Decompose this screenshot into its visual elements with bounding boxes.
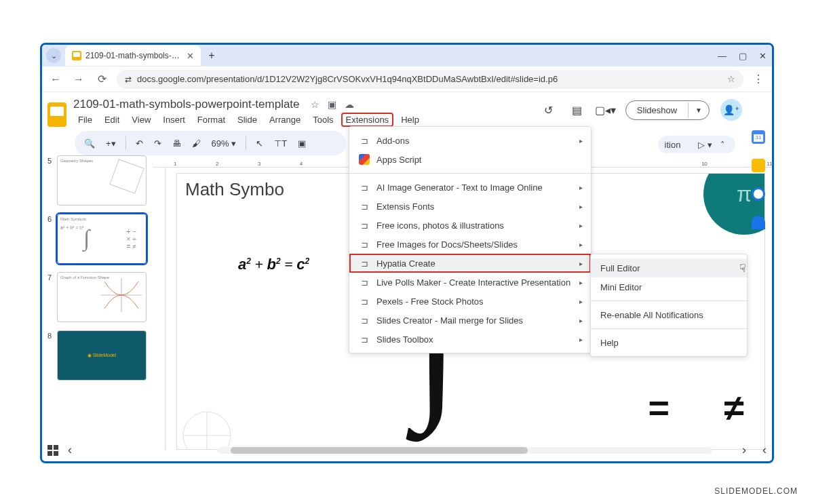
sub-full-editor[interactable]: Full Editor — [591, 258, 747, 277]
slideshow-button[interactable]: Slideshow ▼ — [625, 100, 710, 120]
addon-icon: ⊏ — [359, 258, 370, 269]
thumb-5[interactable]: Geometry Shapes — [57, 155, 147, 206]
browser-tab[interactable]: 2109-01-math-symbols-power ✕ — [65, 45, 201, 66]
slides-app: 2109-01-math-symbols-powerpoint-template… — [42, 92, 772, 461]
menu-format[interactable]: Format — [193, 113, 230, 127]
history-icon[interactable]: ↺ — [540, 101, 558, 119]
next-chevron-icon[interactable]: › — [742, 443, 746, 457]
addon-icon: ⊏ — [359, 220, 370, 231]
addon-icon: ⊏ — [359, 201, 370, 212]
sub-mini-editor[interactable]: Mini Editor — [591, 277, 747, 296]
addon-icon: ⊏ — [359, 135, 370, 146]
doc-title[interactable]: 2109-01-math-symbols-powerpoint-template — [73, 98, 300, 111]
forward-button[interactable]: → — [71, 71, 87, 88]
close-window-icon[interactable]: ✕ — [759, 51, 767, 61]
undo-icon[interactable]: ↶ — [132, 136, 147, 151]
menu-insert[interactable]: Insert — [158, 113, 190, 127]
addon-icon: ⊏ — [359, 277, 370, 288]
app-window: ⌄ 2109-01-math-symbols-power ✕ + — ▢ ✕ ←… — [40, 43, 774, 463]
tab-title: 2109-01-math-symbols-power — [85, 51, 182, 60]
browser-more-icon[interactable]: ⋮ — [750, 73, 767, 85]
menu-arrange[interactable]: Arrange — [265, 113, 305, 127]
ext-apps-script[interactable]: Apps Script — [349, 150, 591, 169]
slides-favicon-icon — [72, 51, 81, 60]
thumb-number: 5 — [47, 155, 53, 206]
search-menus-icon[interactable]: 🔍 — [80, 136, 99, 151]
reload-button[interactable]: ⟳ — [94, 71, 110, 88]
collapse-icon[interactable]: ˄ — [716, 138, 729, 151]
prev-chevron-icon[interactable]: ‹ — [68, 443, 72, 457]
ext-extensis[interactable]: ⊏Extensis Fonts▸ — [349, 197, 591, 216]
ext-slides-toolbox[interactable]: ⊏Slides Toolbox▸ — [349, 330, 591, 349]
textbox-icon[interactable]: ⊤T — [270, 136, 291, 151]
slides-logo-icon[interactable] — [47, 102, 66, 127]
menu-view[interactable]: View — [127, 113, 155, 127]
addon-icon: ⊏ — [359, 182, 370, 193]
zoom-level[interactable]: 69% ▾ — [208, 136, 241, 151]
back-button[interactable]: ← — [47, 71, 64, 88]
comments-icon[interactable]: ▤ — [568, 101, 586, 119]
meet-icon[interactable]: ▢◂▾ — [597, 101, 615, 119]
mode-dropdown[interactable]: ition ▷ ▾ ˄ — [658, 136, 735, 153]
hypatia-submenu: Full Editor Mini Editor Re-enable All No… — [590, 254, 748, 357]
menu-extensions[interactable]: Extensions — [341, 113, 394, 127]
cloud-status-icon[interactable]: ☁ — [345, 99, 354, 110]
menu-file[interactable]: File — [73, 113, 97, 127]
redo-icon[interactable]: ↷ — [150, 136, 166, 151]
url-text: docs.google.com/presentation/d/1D12V2W2Y… — [137, 74, 558, 84]
menu-tools[interactable]: Tools — [308, 113, 338, 127]
thumb-number: 6 — [47, 214, 53, 264]
grid-view-icon[interactable] — [47, 445, 58, 456]
sub-reenable[interactable]: Re-enable All Notifications — [591, 305, 747, 324]
ext-free-images[interactable]: ⊏Free Images for Docs/Sheets/Slides▸ — [349, 235, 591, 254]
browser-tabstrip: ⌄ 2109-01-math-symbols-power ✕ + — ▢ ✕ — [42, 45, 772, 66]
ext-ai-image[interactable]: ⊏AI Image Generator - Text to Image Onli… — [349, 178, 591, 197]
address-bar-row: ← → ⟳ ⇄ docs.google.com/presentation/d/1… — [42, 66, 772, 92]
horizontal-scrollbar[interactable] — [217, 447, 712, 454]
minimize-icon[interactable]: — — [718, 51, 726, 61]
menu-help[interactable]: Help — [396, 113, 424, 127]
equals-symbol: = — [648, 387, 670, 429]
image-icon[interactable]: ▣ — [294, 136, 310, 151]
new-slide-icon[interactable]: +▾ — [102, 136, 120, 151]
ext-addons[interactable]: ⊏Add-ons▸ — [349, 131, 591, 150]
paint-format-icon[interactable]: 🖌 — [188, 136, 205, 151]
contacts-icon[interactable] — [752, 216, 765, 229]
thumb-8[interactable]: ◉ SlideModel — [57, 330, 147, 381]
sub-help[interactable]: Help — [591, 333, 747, 352]
extensions-dropdown: ⊏Add-ons▸ Apps Script ⊏AI Image Generato… — [349, 126, 592, 353]
ext-hypatia-create[interactable]: ⊏Hypatia Create▸ — [349, 254, 591, 273]
vertical-ruler — [153, 168, 166, 450]
toolbar: 🔍 +▾ ↶ ↷ 🖶 🖌 69% ▾ ↖ ⊤T ▣ — [75, 131, 346, 155]
close-tab-icon[interactable]: ✕ — [187, 51, 194, 61]
share-button[interactable]: 👤⁺ — [720, 99, 742, 121]
cursor-mode-icon[interactable]: ▷ ▾ — [698, 140, 712, 150]
move-icon[interactable]: ▣ — [328, 99, 336, 110]
thumb-7[interactable]: Graph of a Function Shape — [57, 272, 147, 322]
keep-icon[interactable] — [752, 159, 765, 172]
explore-chevron-icon[interactable]: ‹ — [762, 443, 767, 457]
slideshow-dropdown[interactable]: ▼ — [688, 102, 709, 118]
ext-free-icons[interactable]: ⊏Free icons, photos & illustrations▸ — [349, 216, 591, 235]
thumb-6[interactable]: Math Symbols a² + b² = c² ∫ + −× ÷= ≠ — [57, 214, 147, 264]
apps-script-icon — [359, 154, 370, 165]
tasks-icon[interactable] — [752, 187, 765, 201]
maximize-icon[interactable]: ▢ — [739, 51, 747, 61]
thumbnail-rail[interactable]: 5 Geometry Shapes 6 Math Symbols a² + b²… — [42, 155, 153, 450]
addon-icon: ⊏ — [359, 296, 370, 307]
ext-pexels[interactable]: ⊏Pexels - Free Stock Photos▸ — [349, 292, 591, 311]
ext-slides-creator[interactable]: ⊏Slides Creator - Mail merge for Slides▸ — [349, 311, 591, 330]
select-tool-icon[interactable]: ↖ — [252, 136, 267, 151]
bookmark-star-icon[interactable]: ☆ — [727, 74, 735, 84]
site-info-icon[interactable]: ⇄ — [125, 75, 132, 84]
tab-search-dropdown[interactable]: ⌄ — [46, 48, 61, 63]
print-icon[interactable]: 🖶 — [168, 136, 185, 151]
calendar-icon[interactable] — [752, 130, 765, 144]
menu-slide[interactable]: Slide — [233, 113, 262, 127]
address-bar[interactable]: ⇄ docs.google.com/presentation/d/1D12V2W… — [117, 70, 743, 89]
menu-edit[interactable]: Edit — [100, 113, 124, 127]
ext-live-polls[interactable]: ⊏Live Polls Maker - Create Interactive P… — [349, 273, 591, 292]
new-tab-button[interactable]: + — [204, 47, 220, 64]
addon-icon: ⊏ — [359, 239, 370, 250]
star-icon[interactable]: ☆ — [311, 99, 319, 110]
